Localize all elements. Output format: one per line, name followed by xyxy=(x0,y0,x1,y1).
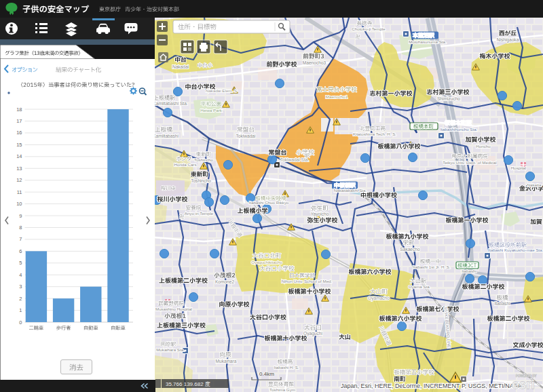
svg-text:Itabashi 1st Jr. H. S.: Itabashi 1st Jr. H. S. xyxy=(413,264,451,269)
svg-text:Kamiitabashi: Kamiitabashi xyxy=(155,134,179,138)
svg-text:14: 14 xyxy=(16,153,22,159)
svg-text:3: 3 xyxy=(19,283,22,290)
svg-text:15: 15 xyxy=(16,142,22,148)
svg-text:13: 13 xyxy=(16,165,22,172)
svg-text:Itabashi: Itabashi xyxy=(494,301,510,306)
svg-text:Itabashi Kuyakusho-mae Sta.: Itabashi Kuyakusho-mae Sta. xyxy=(489,248,543,252)
svg-text:Oyaguchi: Oyaguchi xyxy=(303,331,322,336)
svg-text:Honda Cars: Honda Cars xyxy=(174,162,196,167)
svg-text:Anyo-in Temple: Anyo-in Temple xyxy=(185,211,214,216)
svg-text:Nakadai Elem. S: Nakadai Elem. S xyxy=(206,88,237,93)
svg-text:Tokiwadai Sta.: Tokiwadai Sta. xyxy=(280,157,310,162)
svg-text:Kitatoshima Tech. H. S.: Kitatoshima Tech. H. S. xyxy=(353,132,396,136)
svg-text:Kamiitabashi Sta.: Kamiitabashi Sta. xyxy=(155,101,188,106)
svg-text:Chotoku-ji Temple: Chotoku-ji Temple xyxy=(352,26,386,31)
svg-text:12: 12 xyxy=(16,177,22,183)
svg-text:17: 17 xyxy=(16,118,22,124)
svg-text:Tokiwadai: Tokiwadai xyxy=(236,134,256,138)
svg-text:6: 6 xyxy=(19,248,22,254)
svg-text:7: 7 xyxy=(19,236,22,242)
svg-text:Maenocho3: Maenocho3 xyxy=(303,60,326,65)
svg-text:Honcho: Honcho xyxy=(476,144,491,149)
svg-text:0: 0 xyxy=(19,319,22,326)
svg-text:Yayoicho: Yayoicho xyxy=(311,212,329,217)
svg-text:Japan, Esri, HERE, DeLorme, IN: Japan, Esri, HERE, DeLorme, INCREMENT P,… xyxy=(341,383,522,389)
svg-text:Shimizucho: Shimizucho xyxy=(437,96,460,101)
svg-text:Musashino Hospital: Musashino Hospital xyxy=(155,307,192,311)
svg-text:Nihon Univ. School of Med.: Nihon Univ. School of Med. xyxy=(282,279,333,283)
svg-text:Itabashi: Itabashi xyxy=(462,269,476,273)
svg-text:Sakaecho: Sakaecho xyxy=(400,247,420,252)
svg-text:4: 4 xyxy=(19,272,22,278)
svg-text:11: 11 xyxy=(17,189,22,195)
svg-text:1: 1 xyxy=(19,307,22,313)
svg-text:esri: esri xyxy=(512,377,535,391)
svg-text:Toshincho: Toshincho xyxy=(194,157,213,162)
svg-text:Oyamacho: Oyamacho xyxy=(368,296,390,301)
svg-text:Motohasunuma Sta.: Motohasunuma Sta. xyxy=(409,39,447,44)
svg-text:2: 2 xyxy=(19,296,22,302)
svg-text:35.766 139.682 度: 35.766 139.682 度 xyxy=(166,381,210,387)
svg-text:Oyama Sta.: Oyama Sta. xyxy=(409,284,431,289)
svg-text:Itabashihoncho Sta.: Itabashihoncho Sta. xyxy=(441,127,478,132)
svg-text:Komone2: Komone2 xyxy=(215,279,235,284)
svg-text:Mukaihara Sta.: Mukaihara Sta. xyxy=(156,347,185,352)
svg-text:Oyaguchikitacho: Oyaguchikitacho xyxy=(251,260,282,264)
svg-text:0.4km: 0.4km xyxy=(259,371,274,377)
svg-text:Mukaihara: Mukaihara xyxy=(216,359,237,364)
svg-text:Nakaita: Nakaita xyxy=(527,182,542,187)
svg-text:Hospital: Hospital xyxy=(511,165,526,170)
svg-text:10: 10 xyxy=(16,201,22,207)
svg-text:Teikyo Univ. Dept. of Medical: Teikyo Univ. Dept. of Medical xyxy=(443,160,496,165)
svg-text:Itabashi H. S.: Itabashi H. S. xyxy=(274,365,299,370)
svg-text:Maenocho1: Maenocho1 xyxy=(326,94,348,99)
svg-text:Nishigaoka: Nishigaoka xyxy=(497,37,519,43)
svg-text:Itabashi Chuo Rikkyo: Itabashi Chuo Rikkyo xyxy=(249,200,289,205)
svg-text:16: 16 xyxy=(16,130,22,136)
svg-text:Heiwa Park: Heiwa Park xyxy=(200,108,223,113)
svg-text:Nakaitabashi Sta.: Nakaitabashi Sta. xyxy=(334,188,367,193)
svg-text:18: 18 xyxy=(16,106,22,113)
svg-text:5: 5 xyxy=(19,260,22,266)
svg-text:Toshima Gym: Toshima Gym xyxy=(269,387,295,392)
svg-text:Nakadai: Nakadai xyxy=(172,64,189,69)
svg-text:Toshincho: Toshincho xyxy=(191,178,211,183)
